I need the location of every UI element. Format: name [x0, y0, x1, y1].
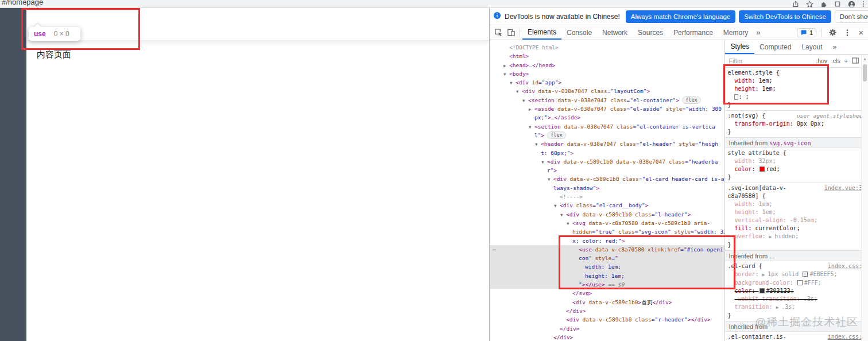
tree-row[interactable]: <!---->: [490, 192, 724, 201]
tree-row[interactable]: ▼<body>: [490, 69, 724, 78]
expand-value-icon[interactable]: ▶: [762, 272, 768, 277]
expand-arrow-icon[interactable]: ▼: [510, 79, 516, 87]
tree-row[interactable]: hidden="true" class="svg-icon" style="wi…: [490, 227, 724, 236]
expand-arrow-icon[interactable]: ▼: [560, 211, 566, 219]
tree-row[interactable]: <div data-v-c589c1b0 class="r-header"></…: [490, 315, 724, 324]
css-property[interactable]: height: 1em;: [727, 85, 866, 93]
match-language-button[interactable]: Always match Chrome's language: [626, 10, 736, 23]
css-property[interactable]: color: red;: [727, 165, 866, 173]
devtools-close-icon[interactable]: ×: [856, 28, 866, 37]
tree-row[interactable]: height: 1em;: [490, 272, 724, 280]
css-property[interactable]: width: 1em;: [727, 77, 866, 85]
stylesheet-link[interactable]: index.css:1: [828, 262, 866, 270]
css-property[interactable]: overflow: ▶ hidden;: [727, 232, 866, 241]
expand-arrow-icon[interactable]: ▼: [567, 219, 572, 227]
expand-arrow-icon[interactable]: ▼: [548, 175, 553, 183]
rule-selector[interactable]: style attribute {: [727, 149, 866, 157]
tree-row[interactable]: l">flex: [490, 131, 724, 140]
styles-scrollbar[interactable]: ▲: [861, 55, 868, 341]
tree-row[interactable]: ▼<div data-v-c589c1b0 data-v-038e7047 cl…: [490, 157, 724, 166]
pseudo-state-toggle[interactable]: :hov: [816, 57, 827, 64]
expand-arrow-icon[interactable]: ▼: [522, 96, 528, 104]
tree-row[interactable]: x; color: red;">: [490, 237, 724, 245]
css-property[interactable]: vertical-align: -0.15em;: [727, 216, 866, 224]
tree-row[interactable]: lways-shadow">: [490, 184, 724, 192]
element-classes-toggle[interactable]: .cls: [831, 57, 840, 64]
tab-»[interactable]: »: [827, 40, 842, 54]
switch-chinese-button[interactable]: Switch DevTools to Chinese: [739, 10, 831, 23]
flex-badge[interactable]: flex: [547, 131, 565, 139]
tree-row[interactable]: width: 1em;: [490, 262, 724, 271]
tree-row[interactable]: </div>: [490, 324, 724, 333]
tree-row[interactable]: ▼<div data-v-038e7047 class="layoutCom">: [490, 87, 724, 95]
flex-badge[interactable]: flex: [682, 96, 700, 104]
css-property[interactable]: fill: currentColor;: [727, 224, 866, 232]
more-tabs-icon[interactable]: »: [753, 28, 763, 37]
expand-arrow-icon[interactable]: ▼: [554, 202, 560, 210]
expand-arrow-icon[interactable]: ▼: [529, 123, 534, 131]
tab-elements[interactable]: Elements: [522, 25, 561, 40]
css-property[interactable]: background-color: #FFF;: [727, 279, 866, 287]
color-swatch[interactable]: [803, 272, 808, 277]
tab-memory[interactable]: Memory: [718, 25, 753, 40]
stylesheet-link[interactable]: index.vue:34: [824, 184, 866, 192]
expand-arrow-icon[interactable]: ▶: [529, 105, 534, 113]
expand-value-icon[interactable]: ▶: [769, 234, 775, 239]
color-swatch[interactable]: [760, 288, 765, 293]
rule-selector[interactable]: index.css:1.el-card {: [727, 262, 866, 270]
stylesheet-link[interactable]: index.css:1: [828, 333, 866, 341]
tree-row[interactable]: ▼<div id="app">: [490, 78, 724, 87]
profile-avatar-icon[interactable]: [848, 1, 855, 8]
tree-row[interactable]: ⋯<use data-v-c8a70580 xlink:href="#icon-…: [490, 245, 724, 254]
tree-row[interactable]: ▼<svg data-v-c8a70580 data-v-c589c1b0 ar…: [490, 219, 724, 227]
inspect-element-icon[interactable]: [492, 27, 505, 38]
tree-row[interactable]: ▼<div class="el-card__body">: [490, 201, 724, 210]
scrollbar-up-arrow[interactable]: ▲: [862, 55, 868, 61]
tree-row[interactable]: ▶<head>…</head>: [490, 61, 724, 69]
tree-row[interactable]: ▼<div data-v-c589c1b0 class="l-header">: [490, 210, 724, 219]
expand-arrow-icon[interactable]: ▶: [503, 61, 509, 69]
tree-row[interactable]: ▼<section data-v-038e7047 class="el-cont…: [490, 122, 724, 131]
expand-arrow-icon[interactable]: ▼: [535, 140, 541, 148]
tree-row[interactable]: t: 60px;">: [490, 149, 724, 157]
rule-selector[interactable]: user agent stylesheet:not(svg) {: [727, 112, 866, 120]
share-icon[interactable]: [792, 1, 799, 7]
tab-sources[interactable]: Sources: [633, 25, 668, 40]
inherited-node-link[interactable]: svg.svg-icon: [769, 140, 811, 146]
styles-filter-input[interactable]: [728, 57, 774, 64]
tab-console[interactable]: Console: [561, 25, 597, 40]
browser-menu-icon[interactable]: [862, 1, 865, 7]
tree-row[interactable]: px;">…</aside>: [490, 113, 724, 122]
dont-show-again-button[interactable]: Don't show again: [835, 10, 868, 23]
expand-value-icon[interactable]: ▶: [776, 305, 782, 310]
css-property[interactable]: transform-origin: 0px 0px;: [727, 120, 866, 128]
rule-selector[interactable]: c8a70580] {: [727, 192, 866, 200]
expand-arrow-icon[interactable]: ▼: [516, 87, 522, 95]
tab-computed[interactable]: Computed: [754, 40, 796, 54]
css-property[interactable]: transition: ▶ .3s;: [727, 303, 866, 312]
tree-row[interactable]: </div>: [490, 333, 724, 341]
tree-row[interactable]: <!DOCTYPE html>: [490, 43, 724, 52]
css-property[interactable]: height: 1em;: [727, 208, 866, 216]
tab-layout[interactable]: Layout: [796, 40, 827, 54]
devtools-menu-icon[interactable]: [841, 27, 854, 38]
tree-row[interactable]: <div data-v-c589c1b0>首页</div>: [490, 298, 724, 307]
bookmark-star-icon[interactable]: [806, 1, 813, 8]
dock-sidebar-icon[interactable]: [852, 57, 859, 65]
expand-arrow-icon[interactable]: ▼: [503, 70, 509, 78]
tab-styles[interactable]: Styles: [725, 40, 754, 54]
rule-selector[interactable]: index.vue:34.svg-icon[data-v-: [727, 184, 866, 192]
tree-row[interactable]: ▼<header data-v-038e7047 class="el-heade…: [490, 140, 724, 148]
tree-row[interactable]: "></use> == $0: [490, 280, 724, 289]
tree-row[interactable]: r">: [490, 166, 724, 175]
expand-arrow-icon[interactable]: ▼: [541, 158, 547, 166]
color-swatch[interactable]: [760, 166, 765, 172]
tree-row[interactable]: <html>: [490, 52, 724, 60]
css-property[interactable]: width: 1em;: [727, 200, 866, 208]
new-style-rule-button[interactable]: +: [844, 57, 848, 64]
tab-performance[interactable]: Performance: [668, 25, 718, 40]
tree-row[interactable]: </svg>: [490, 289, 724, 297]
browser-window-icon[interactable]: [834, 1, 841, 7]
rule-selector[interactable]: element.style {: [727, 69, 866, 77]
console-messages-badge[interactable]: 1: [797, 28, 816, 37]
